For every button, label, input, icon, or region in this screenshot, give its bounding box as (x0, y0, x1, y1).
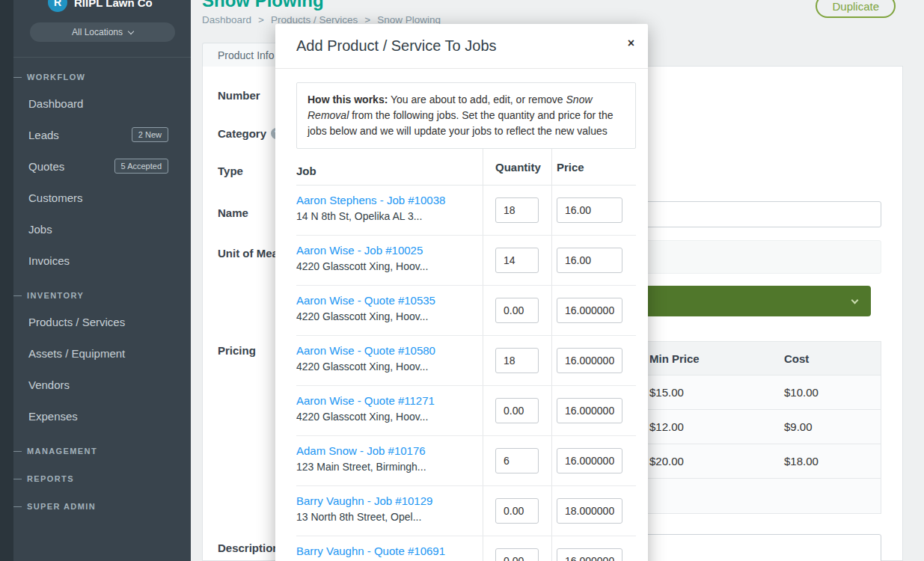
job-cell: Barry Vaughn - Quote #10691 13 North 8th… (296, 536, 483, 561)
sidebar-item[interactable]: Jobs (0, 213, 191, 245)
sidebar-section-label: MANAGEMENT (27, 447, 97, 456)
duplicate-button[interactable]: Duplicate (816, 0, 896, 18)
sidebar-item-label: Quotes (28, 160, 64, 173)
close-icon[interactable]: × (628, 37, 634, 49)
quantity-input[interactable] (495, 248, 539, 273)
job-cell: Aaron Stephens - Job #10038 14 N 8th St,… (296, 186, 483, 235)
page-title: Snow Plowing (202, 0, 324, 10)
job-row: Aaron Wise - Quote #10535 4220 Glasscott… (296, 286, 636, 336)
job-row: Aaron Wise - Quote #11271 4220 Glasscott… (296, 386, 636, 436)
quantity-input[interactable] (495, 197, 539, 223)
price-input[interactable] (557, 298, 622, 323)
price-input[interactable] (557, 498, 622, 524)
sidebar-item[interactable]: Quotes5 Accepted (0, 150, 191, 182)
sidebar-nav: WORKFLOW Dashboard Leads2 New Quotes5 Ac… (0, 58, 191, 512)
job-link[interactable]: Barry Vaughn - Job #10129 (296, 494, 474, 507)
add-product-to-jobs-modal: Add Product / Service To Jobs × How this… (275, 24, 648, 561)
category-label: Category ? (218, 127, 282, 140)
job-link[interactable]: Aaron Stephens - Job #10038 (296, 194, 474, 206)
sidebar-item-badge: 2 New (132, 127, 168, 142)
breadcrumb-separator: > (258, 14, 264, 25)
price-input[interactable] (557, 248, 622, 273)
quantity-input[interactable] (495, 398, 539, 423)
sidebar-section-label: WORKFLOW (27, 73, 85, 82)
job-address: 4220 Glasscott Xing, Hoov... (296, 260, 474, 272)
sidebar-item-badge: 5 Accepted (114, 159, 168, 174)
sidebar-item[interactable]: Products / Services (0, 306, 191, 337)
sidebar-edge-strip (0, 0, 13, 561)
sidebar-section-label: INVENTORY (27, 291, 84, 301)
job-cell: Barry Vaughn - Job #10129 13 North 8th S… (296, 486, 483, 536)
quantity-cell (483, 336, 552, 385)
pricing-label: Pricing (218, 344, 256, 357)
sidebar-item[interactable]: Vendors (0, 369, 191, 400)
quantity-input[interactable] (495, 498, 539, 524)
sidebar-item[interactable]: Assets / Equipment (0, 337, 191, 369)
quantity-column-header: Quantity (483, 149, 552, 185)
price-input[interactable] (557, 197, 622, 223)
job-cell: Aaron Wise - Quote #10580 4220 Glasscott… (296, 336, 483, 385)
pricing-cell-min-price: $15.00 (637, 386, 772, 399)
quantity-input[interactable] (495, 448, 539, 473)
sidebar-section-header[interactable]: SUPER ADMIN (0, 502, 191, 512)
sidebar-item-label: Jobs (28, 223, 52, 236)
job-link[interactable]: Adam Snow - Job #10176 (296, 444, 474, 457)
sidebar-item[interactable]: Leads2 New (0, 119, 191, 150)
company-name: RIIPL Lawn Co (74, 0, 153, 9)
job-link[interactable]: Aaron Wise - Quote #10580 (296, 344, 474, 357)
chevron-down-icon (128, 28, 134, 34)
price-input[interactable] (557, 348, 622, 373)
sidebar-item-label: Products / Services (28, 316, 125, 328)
location-selector-label: All Locations (72, 27, 123, 37)
job-link[interactable]: Aaron Wise - Quote #10535 (296, 294, 474, 307)
sidebar-item[interactable]: Expenses (0, 400, 191, 432)
location-selector[interactable]: All Locations (30, 22, 175, 42)
sidebar-item-label: Leads (28, 129, 59, 141)
job-row: Aaron Stephens - Job #10038 14 N 8th St,… (296, 186, 636, 236)
quantity-cell (483, 436, 552, 485)
pricing-cell-cost: $18.00 (772, 455, 881, 468)
price-column-header: Price (552, 149, 636, 185)
company-logo[interactable]: R RIIPL Lawn Co (0, 0, 191, 13)
job-row: Adam Snow - Job #10176 123 Main Street, … (296, 436, 636, 486)
chevron-down-icon (851, 296, 859, 304)
breadcrumb-link[interactable]: Dashboard (202, 14, 251, 25)
note-bold: How this works: (308, 94, 388, 105)
quantity-input[interactable] (495, 348, 539, 373)
quantity-input[interactable] (495, 298, 539, 323)
job-address: 4220 Glasscott Xing, Hoov... (296, 411, 474, 423)
sidebar-section-header[interactable]: REPORTS (0, 474, 191, 484)
quantity-cell (483, 186, 552, 235)
sidebar-section-label: SUPER ADMIN (27, 502, 96, 512)
job-link[interactable]: Aaron Wise - Job #10025 (296, 244, 474, 257)
quantity-input[interactable] (495, 548, 539, 561)
how-this-works-note: How this works: You are about to add, ed… (296, 82, 636, 149)
price-cell (552, 186, 636, 235)
sidebar-section-super-admin: SUPER ADMIN (0, 484, 191, 512)
pricing-header-cost: Cost (772, 352, 881, 365)
name-label: Name (218, 206, 248, 219)
job-link[interactable]: Aaron Wise - Quote #11271 (296, 394, 474, 407)
sidebar-item[interactable]: Dashboard (0, 88, 191, 119)
sidebar-section-header[interactable]: MANAGEMENT (0, 447, 191, 456)
jobs-table-body: Aaron Stephens - Job #10038 14 N 8th St,… (296, 186, 636, 561)
sidebar-item-label: Dashboard (28, 97, 83, 110)
job-row: Aaron Wise - Quote #10580 4220 Glasscott… (296, 336, 636, 386)
type-label: Type (218, 165, 243, 177)
jobs-table-header: Job Quantity Price (296, 149, 636, 186)
job-link[interactable]: Barry Vaughn - Quote #10691 (296, 545, 474, 557)
quantity-cell (483, 386, 552, 435)
sidebar-item[interactable]: Customers (0, 182, 191, 213)
price-input[interactable] (557, 398, 622, 423)
job-address: 4220 Glasscott Xing, Hoov... (296, 310, 474, 322)
quantity-cell (483, 536, 552, 561)
sidebar-item[interactable]: Invoices (0, 245, 191, 276)
sidebar-items-workflow: Dashboard Leads2 New Quotes5 Accepted Cu… (0, 88, 191, 276)
sidebar-section-management: MANAGEMENT (0, 432, 191, 456)
sidebar-section-label: REPORTS (27, 474, 74, 484)
sidebar-items-inventory: Products / Services Assets / Equipment V… (0, 306, 191, 432)
price-input[interactable] (557, 548, 622, 561)
price-input[interactable] (557, 448, 622, 473)
job-cell: Aaron Wise - Job #10025 4220 Glasscott X… (296, 236, 483, 285)
sidebar-section-workflow: WORKFLOW Dashboard Leads2 New Quotes5 Ac… (0, 58, 191, 276)
